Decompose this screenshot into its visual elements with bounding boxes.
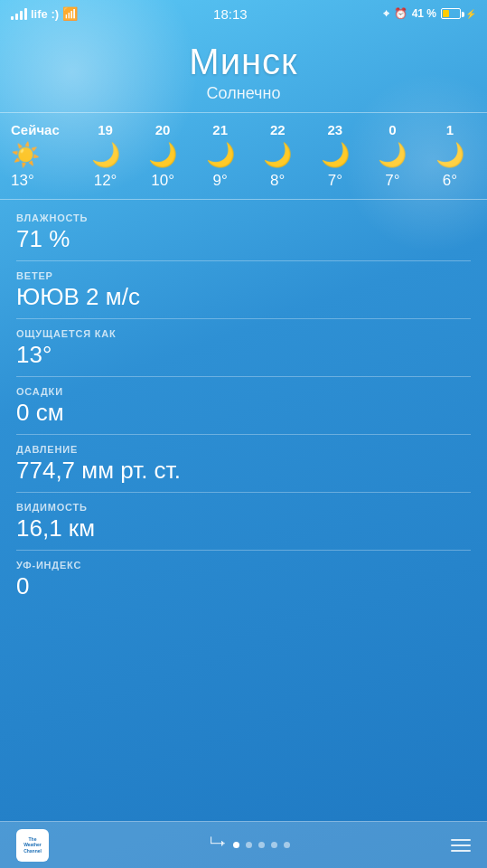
city-name: Минск (18, 42, 469, 82)
hour-item-5: 23 🌙 7° (309, 122, 361, 190)
hour-temp: 10° (151, 172, 174, 190)
detail-value: 0 см (16, 399, 471, 427)
detail-label: ВИДИМОСТЬ (16, 502, 471, 513)
status-bar: life :) 📶 18:13 ⌖ ⏰ 41 % ⚡ (0, 0, 487, 25)
hour-label: 22 (270, 122, 286, 137)
hour-item-6: 0 🌙 7° (366, 122, 418, 190)
hourly-section[interactable]: Сейчас ☀️ 13° 19 🌙 12° 20 🌙 10° 21 🌙 9° … (0, 112, 487, 200)
battery-percent-label: 41 % (412, 7, 436, 20)
detail-value: ЮЮВ 2 м/с (16, 283, 471, 311)
hour-label: 21 (212, 122, 228, 137)
hour-label: 19 (98, 122, 113, 137)
detail-item-5: ВИДИМОСТЬ 16,1 км (16, 493, 471, 551)
detail-value: 774,7 мм рт. ст. (16, 457, 471, 485)
carrier-label: life :) (31, 7, 59, 21)
hour-icon: ☀️ (11, 143, 40, 166)
detail-label: ОЩУЩАЕТСЯ КАК (16, 328, 471, 339)
signal-icon (11, 7, 27, 20)
battery-icon (441, 8, 461, 19)
hour-item-0: Сейчас ☀️ 13° (11, 122, 74, 190)
detail-label: ОСАДКИ (16, 386, 471, 397)
hour-icon: 🌙 (206, 143, 235, 166)
details-section: ВЛАЖНОСТЬ 71 % ВЕТЕР ЮЮВ 2 м/с ОЩУЩАЕТСЯ… (0, 203, 487, 608)
hour-temp: 9° (213, 172, 228, 190)
detail-value: 16,1 км (16, 514, 471, 542)
page-dots[interactable] (233, 842, 290, 848)
hour-icon: 🌙 (263, 143, 292, 166)
page-dot-0[interactable] (233, 842, 239, 848)
hour-temp: 8° (270, 172, 285, 190)
detail-label: ВЛАЖНОСТЬ (16, 212, 471, 223)
page-dot-2[interactable] (258, 842, 265, 848)
detail-label: УФ-ИНДЕКС (16, 560, 471, 571)
hour-label: Сейчас (11, 122, 60, 137)
page-dot-1[interactable] (246, 842, 252, 848)
status-time: 18:13 (213, 6, 248, 22)
detail-item-6: УФ-ИНДЕКС 0 (16, 551, 471, 608)
hour-label: 0 (389, 122, 396, 137)
page-dot-3[interactable] (271, 842, 277, 848)
detail-label: ДАВЛЕНИЕ (16, 444, 471, 455)
page-dot-4[interactable] (284, 842, 290, 848)
detail-value: 0 (16, 572, 471, 600)
detail-item-1: ВЕТЕР ЮЮВ 2 м/с (16, 261, 471, 319)
status-left: life :) 📶 (11, 6, 78, 21)
hour-temp: 13° (11, 172, 34, 190)
weather-channel-logo: The Weather Channel (16, 829, 49, 862)
hour-icon: 🌙 (321, 143, 350, 166)
status-right: ⌖ ⏰ 41 % ⚡ (383, 7, 476, 20)
hour-icon: 🌙 (378, 143, 407, 166)
location-status-icon: ⌖ (383, 7, 389, 20)
hour-label: 20 (155, 122, 171, 137)
hour-label: 1 (446, 122, 454, 137)
detail-item-3: ОСАДКИ 0 см (16, 377, 471, 435)
hour-temp: 12° (94, 172, 117, 190)
hour-item-4: 22 🌙 8° (251, 122, 304, 190)
hour-temp: 7° (385, 172, 399, 190)
detail-label: ВЕТЕР (16, 270, 471, 281)
alarm-status-icon: ⏰ (394, 7, 407, 20)
hour-label: 23 (327, 122, 342, 137)
hour-item-3: 21 🌙 9° (194, 122, 247, 190)
detail-item-0: ВЛАЖНОСТЬ 71 % (16, 203, 471, 261)
hour-item-2: 20 🌙 10° (136, 122, 189, 190)
hour-temp: 7° (328, 172, 342, 190)
detail-item-4: ДАВЛЕНИЕ 774,7 мм рт. ст. (16, 435, 471, 493)
bottom-bar: The Weather Channel ⮡ (0, 821, 487, 868)
hour-icon: 🌙 (91, 143, 120, 166)
hour-icon: 🌙 (148, 143, 177, 166)
detail-value: 13° (16, 341, 471, 369)
city-section: Минск Солнечно (0, 25, 487, 112)
hour-temp: 6° (443, 172, 457, 190)
hourly-row: Сейчас ☀️ 13° 19 🌙 12° 20 🌙 10° 21 🌙 9° … (7, 122, 480, 190)
detail-item-2: ОЩУЩАЕТСЯ КАК 13° (16, 319, 471, 377)
list-icon[interactable] (451, 839, 471, 852)
city-condition: Солнечно (18, 84, 469, 103)
hour-item-1: 19 🌙 12° (80, 122, 132, 190)
charging-icon: ⚡ (465, 9, 476, 19)
location-nav-icon[interactable]: ⮡ (210, 835, 226, 854)
hour-item-7: 1 🌙 6° (424, 122, 476, 190)
wifi-icon: 📶 (62, 6, 78, 21)
hour-icon: 🌙 (435, 143, 464, 166)
detail-value: 71 % (16, 225, 471, 253)
